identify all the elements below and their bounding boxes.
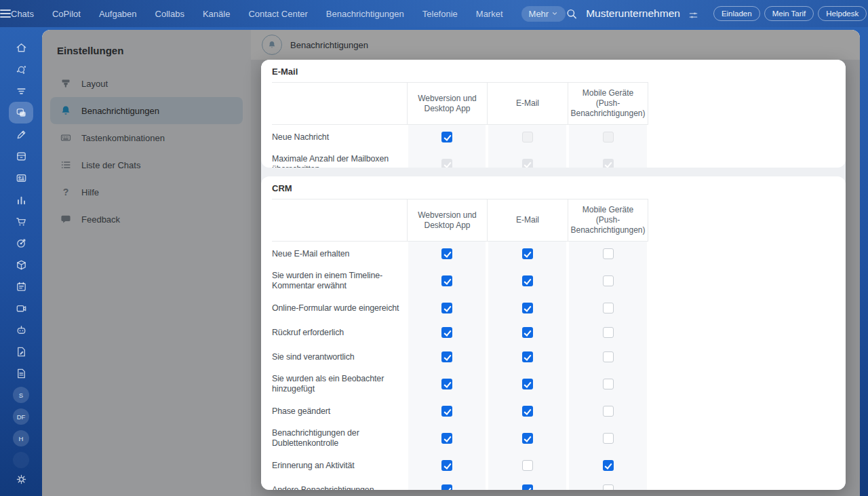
checkbox-cell (568, 266, 648, 296)
checkbox[interactable] (522, 406, 533, 417)
checkbox-cell (407, 478, 487, 490)
checkbox[interactable] (603, 484, 614, 490)
nav-item-market[interactable]: Market (476, 9, 503, 19)
checkbox-cell (487, 149, 568, 168)
row-label: Online-Formular wurde eingereicht (272, 296, 407, 320)
checkbox[interactable] (522, 433, 533, 444)
rail-item-home[interactable] (9, 37, 33, 58)
checkbox[interactable] (441, 379, 452, 389)
checkbox[interactable] (441, 303, 452, 313)
company-name[interactable]: Musterunternehmen (586, 7, 680, 20)
checkbox[interactable] (441, 406, 452, 417)
search-icon[interactable] (566, 7, 578, 20)
checkbox-cell (487, 369, 568, 399)
rail-avatar-2[interactable]: H (13, 430, 29, 446)
checkbox[interactable] (441, 275, 452, 286)
pill-helpdesk[interactable]: Helpdesk (818, 6, 867, 21)
checkbox[interactable] (522, 379, 533, 389)
checkbox-cell (407, 453, 487, 478)
nav-item-benachrichtigungen[interactable]: Benachrichtigungen (326, 9, 404, 19)
checkbox[interactable] (522, 484, 533, 490)
checkbox[interactable] (441, 351, 452, 362)
nav-item-copilot[interactable]: CoPilot (52, 9, 81, 19)
checkbox[interactable] (441, 132, 452, 142)
rail-item-document[interactable] (9, 362, 33, 384)
rail-item-drive[interactable] (9, 145, 33, 167)
rail-item-sign[interactable] (9, 123, 33, 145)
rail-avatar-0[interactable]: S (13, 387, 29, 403)
checkbox[interactable] (522, 460, 533, 471)
checkbox-cell (407, 320, 487, 345)
rail-item-cart[interactable] (9, 210, 33, 232)
rail-item-video[interactable] (9, 297, 33, 319)
nav-item-chats[interactable]: Chats (11, 9, 34, 19)
more-button[interactable]: Mehr (521, 6, 566, 22)
topbar-nav: ChatsCoPilotAufgabenCollabsKanäleContact… (11, 9, 521, 19)
pill-einladen[interactable]: Einladen (713, 6, 760, 21)
checkbox-cell (568, 453, 648, 478)
checkbox-cell (487, 453, 568, 478)
checkbox[interactable] (603, 327, 614, 338)
rail-item-box[interactable] (9, 254, 33, 275)
left-rail: SDFH (0, 27, 42, 496)
checkbox[interactable] (522, 327, 533, 338)
hamburger-menu-icon[interactable] (0, 9, 11, 18)
checkbox[interactable] (603, 275, 614, 286)
rail-item-planner[interactable] (9, 275, 33, 297)
checkbox[interactable] (522, 351, 533, 362)
row-label: Erinnerung an Aktivität (272, 453, 407, 478)
checkbox[interactable] (441, 327, 452, 338)
rail-item-robot[interactable] (9, 319, 33, 341)
checkbox-cell (487, 242, 568, 266)
rail-avatar-1[interactable]: DF (13, 408, 29, 425)
checkbox[interactable] (441, 433, 452, 444)
video-icon (15, 302, 28, 315)
checkbox-cell (487, 345, 568, 369)
checkbox[interactable] (522, 303, 533, 313)
checkbox[interactable] (441, 460, 452, 471)
pill-mein-tarif[interactable]: Mein Tarif (764, 6, 814, 21)
box-icon (15, 259, 28, 271)
nav-item-kanäle[interactable]: Kanäle (203, 9, 230, 19)
rail-item-target[interactable] (9, 232, 33, 254)
contact-card-icon (15, 172, 28, 185)
column-header: Mobile Geräte (Push-Benachrichtigungen) (568, 199, 648, 242)
nav-item-aufgaben[interactable]: Aufgaben (99, 9, 137, 19)
checkbox[interactable] (441, 248, 452, 259)
checkbox[interactable] (603, 351, 614, 362)
checkbox-cell (407, 242, 487, 266)
rail-settings-gear[interactable] (9, 471, 33, 487)
nav-item-telefonie[interactable]: Telefonie (422, 9, 458, 19)
nav-item-contact-center[interactable]: Contact Center (248, 9, 307, 19)
checkbox-cell (487, 296, 568, 320)
checkbox-cell (487, 125, 568, 149)
checkbox[interactable] (603, 406, 614, 417)
rail-item-feed[interactable] (9, 80, 33, 102)
rail-item-doc-edit[interactable] (9, 341, 33, 362)
row-label: Maximale Anzahl der Mailboxen überschrit… (272, 149, 407, 168)
rail-item-chats[interactable] (9, 102, 33, 123)
checkbox[interactable] (603, 460, 614, 471)
more-label: Mehr (529, 9, 549, 19)
checkbox[interactable] (522, 248, 533, 259)
section-crm: CRM Webversion und Desktop AppE-MailMobi… (261, 176, 846, 490)
checkbox[interactable] (603, 303, 614, 313)
nav-item-collabs[interactable]: Collabs (155, 9, 184, 19)
checkbox-cell (407, 266, 487, 296)
rail-item-contact-card[interactable] (9, 167, 33, 189)
checkbox-cell (407, 369, 487, 399)
checkbox-cell (568, 369, 648, 399)
workspace: Einstellungen Layout Benachrichtigungen … (42, 30, 860, 496)
checkbox[interactable] (441, 484, 452, 490)
checkbox[interactable] (603, 379, 614, 389)
copilot-icon (15, 63, 28, 76)
checkbox[interactable] (603, 248, 614, 259)
rail-item-copilot[interactable] (9, 58, 33, 80)
chart-icon (15, 193, 28, 206)
row-label: Benachrichtigungen der Dublettenkontroll… (272, 423, 407, 453)
rail-item-chart[interactable] (9, 189, 33, 210)
checkbox[interactable] (522, 275, 533, 286)
checkbox[interactable] (603, 433, 614, 444)
filter-sliders-icon[interactable] (688, 9, 698, 19)
rail-avatar-3[interactable] (13, 452, 29, 468)
